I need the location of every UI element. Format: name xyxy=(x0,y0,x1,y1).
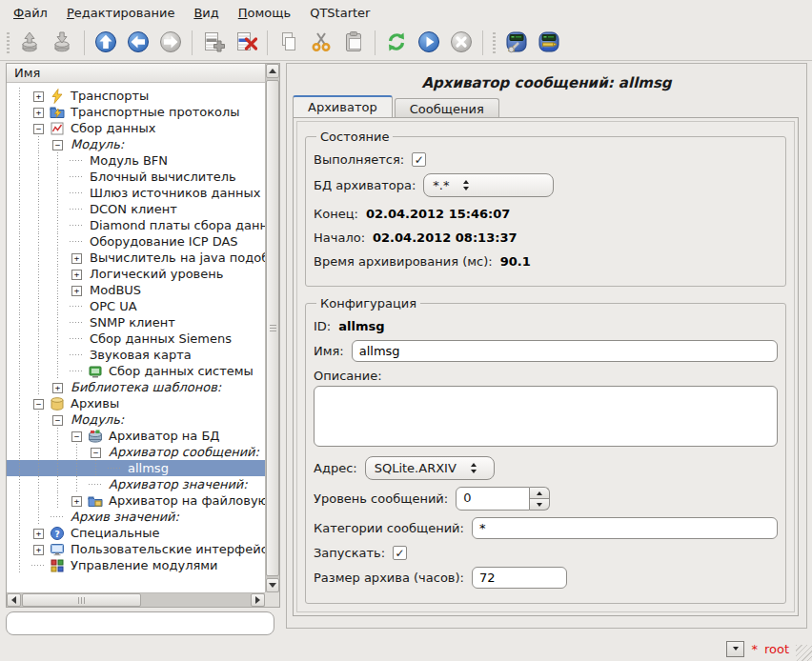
right-triangle-icon xyxy=(255,596,260,604)
resize-grip[interactable] xyxy=(796,645,812,661)
tree-item[interactable]: −Архиватор сообщений: xyxy=(7,444,265,460)
menu-item-5[interactable]: QTStarter xyxy=(300,2,379,24)
tree-item[interactable]: Оборудование ICP DAS xyxy=(7,233,265,250)
tree-item[interactable]: −Модуль: xyxy=(7,411,265,428)
address-label: Адрес: xyxy=(314,461,357,475)
tree-item[interactable]: −Архиватор на БД xyxy=(7,428,265,444)
up-button[interactable] xyxy=(91,29,120,57)
tree-item[interactable]: +Архиватор на файловую си xyxy=(7,492,265,509)
collapse-icon[interactable]: − xyxy=(67,428,86,444)
collapse-icon[interactable]: − xyxy=(29,120,48,136)
tree-item[interactable]: +ModBUS xyxy=(7,282,265,298)
tree-item[interactable]: +Библиотека шаблонов: xyxy=(7,379,265,395)
tree-item[interactable]: Архиватор значений: xyxy=(7,476,265,492)
toolbar-handle[interactable] xyxy=(5,31,11,54)
message-categories-input[interactable] xyxy=(472,517,778,539)
save-to-db-button[interactable] xyxy=(49,29,77,57)
expand-icon[interactable]: + xyxy=(29,104,48,120)
qtstarter-config-button[interactable] xyxy=(502,29,531,57)
refresh-button[interactable] xyxy=(382,29,411,57)
tree-item[interactable]: +Транспорты xyxy=(7,88,265,104)
address-combobox[interactable]: SQLite.ARXIV xyxy=(365,456,495,480)
tree-item[interactable]: +Пользовательские интерфейсы xyxy=(7,541,265,557)
tree-item[interactable]: Блочный вычислитель xyxy=(7,169,265,185)
menu-item-4[interactable]: Помощь xyxy=(229,2,300,24)
expand-icon[interactable]: + xyxy=(29,525,48,541)
tree-header-name[interactable]: Имя xyxy=(7,64,265,83)
load-from-db-button[interactable] xyxy=(16,29,45,57)
tree-guide-line xyxy=(48,428,67,444)
menu-item-1[interactable]: Файл xyxy=(4,2,57,24)
back-button[interactable] xyxy=(124,29,152,57)
toolbar xyxy=(0,26,812,61)
archiver-db-combobox[interactable]: *.* xyxy=(423,173,554,197)
running-checkbox[interactable]: ✓ xyxy=(412,152,426,167)
expand-icon[interactable]: + xyxy=(29,88,48,104)
to-start-checkbox[interactable]: ✓ xyxy=(393,546,407,560)
archive-size-label: Размер архива (часов): xyxy=(314,571,464,585)
expand-icon[interactable]: + xyxy=(67,266,86,282)
stop-button[interactable] xyxy=(447,29,476,57)
tree-item[interactable]: allmsg xyxy=(7,460,265,476)
expand-icon[interactable]: + xyxy=(29,541,48,557)
menu-item-3[interactable]: Вид xyxy=(184,2,228,24)
tree-item[interactable]: +?Специальные xyxy=(7,525,265,541)
tree-guide-line xyxy=(10,250,29,266)
tree-item[interactable]: DCON клиент xyxy=(7,201,265,217)
tree-item[interactable]: +Транспортные протоколы xyxy=(7,104,265,120)
tree-item[interactable]: Сбор данных системы xyxy=(7,363,265,379)
tree-guide-line xyxy=(48,250,67,266)
menu-item-2[interactable]: Редактирование xyxy=(57,2,184,24)
toolbar-handle[interactable] xyxy=(491,31,497,54)
start-button[interactable] xyxy=(415,29,443,57)
expand-icon[interactable]: + xyxy=(67,250,86,266)
expand-icon[interactable]: + xyxy=(67,492,86,509)
expand-icon[interactable]: + xyxy=(48,379,67,395)
horizontal-scrollbar[interactable] xyxy=(7,592,265,607)
message-level-value[interactable]: 0 xyxy=(456,487,530,511)
tree-item[interactable]: OPC UA xyxy=(7,298,265,314)
tree-filter-input[interactable] xyxy=(6,611,274,635)
collapse-icon[interactable]: − xyxy=(29,395,48,411)
tree-item[interactable]: +Логический уровень xyxy=(7,266,265,282)
vertical-scroll-thumb[interactable] xyxy=(266,80,279,576)
name-input[interactable] xyxy=(352,340,778,362)
tree-item[interactable]: −Модуль: xyxy=(7,136,265,152)
horizontal-scroll-thumb[interactable] xyxy=(22,593,141,607)
forward-button[interactable] xyxy=(156,29,185,57)
tree-item-label: Логический уровень xyxy=(86,266,227,282)
collapse-icon[interactable]: − xyxy=(86,444,105,460)
add-item-button[interactable] xyxy=(199,29,228,57)
scroll-left-button[interactable] xyxy=(7,593,21,607)
spin-up-button[interactable] xyxy=(530,487,550,498)
tree-item[interactable]: +Вычислитель на java подобном xyxy=(7,250,265,266)
delete-item-button[interactable] xyxy=(232,29,260,57)
tree-item[interactable]: Сбор данных Siemens xyxy=(7,330,265,347)
tree-item[interactable]: Модуль BFN xyxy=(7,152,265,169)
tree-item[interactable]: Управление модулями xyxy=(7,557,265,573)
cut-item-button[interactable] xyxy=(307,29,335,57)
tree-item[interactable]: SNMP клиент xyxy=(7,314,265,330)
status-dropdown-button[interactable] xyxy=(726,641,744,657)
tree-item[interactable]: Архив значений: xyxy=(7,509,265,525)
archive-size-input[interactable] xyxy=(472,567,567,589)
tree-item[interactable]: −Архивы xyxy=(7,395,265,411)
description-textarea[interactable] xyxy=(314,386,778,447)
copy-item-button[interactable] xyxy=(274,29,303,57)
tree-guide-line xyxy=(48,233,67,250)
expand-icon[interactable]: + xyxy=(67,282,86,298)
spin-down-button[interactable] xyxy=(530,498,550,511)
tree-item[interactable]: Шлюз источников данных xyxy=(7,185,265,201)
tree-item[interactable]: −Сбор данных xyxy=(7,120,265,136)
vertical-scrollbar[interactable] xyxy=(265,64,279,592)
scroll-right-button[interactable] xyxy=(251,593,265,607)
tree-item[interactable]: Звуковая карта xyxy=(7,347,265,363)
paste-item-button[interactable] xyxy=(339,29,368,57)
scroll-up-button[interactable] xyxy=(266,64,279,78)
collapse-icon[interactable]: − xyxy=(48,411,67,428)
collapse-icon[interactable]: − xyxy=(48,136,67,152)
message-level-spinbox[interactable]: 0 xyxy=(456,487,550,511)
tree-item[interactable]: Diamond платы сбора данных xyxy=(7,217,265,233)
qtstarter-tools-button[interactable] xyxy=(535,29,563,57)
scroll-down-button[interactable] xyxy=(266,578,279,592)
